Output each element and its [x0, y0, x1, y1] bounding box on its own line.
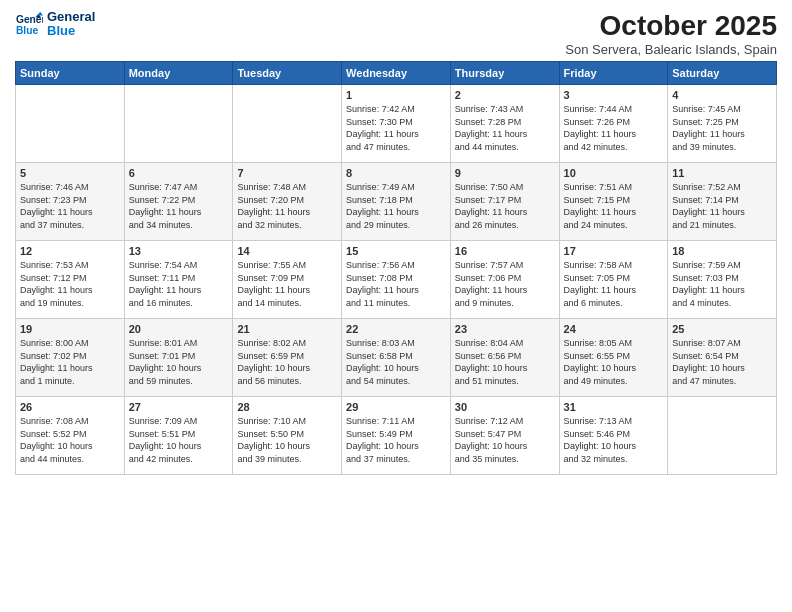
- day-info: Sunrise: 8:07 AM Sunset: 6:54 PM Dayligh…: [672, 337, 772, 387]
- day-info: Sunrise: 7:12 AM Sunset: 5:47 PM Dayligh…: [455, 415, 555, 465]
- calendar-cell: 27Sunrise: 7:09 AM Sunset: 5:51 PM Dayli…: [124, 397, 233, 475]
- calendar-cell: 24Sunrise: 8:05 AM Sunset: 6:55 PM Dayli…: [559, 319, 668, 397]
- day-number: 7: [237, 167, 337, 179]
- day-number: 22: [346, 323, 446, 335]
- day-number: 30: [455, 401, 555, 413]
- logo: General Blue General Blue: [15, 10, 95, 39]
- day-number: 20: [129, 323, 229, 335]
- calendar-cell: 11Sunrise: 7:52 AM Sunset: 7:14 PM Dayli…: [668, 163, 777, 241]
- calendar-cell: [668, 397, 777, 475]
- calendar-cell: 3Sunrise: 7:44 AM Sunset: 7:26 PM Daylig…: [559, 85, 668, 163]
- day-number: 31: [564, 401, 664, 413]
- day-info: Sunrise: 7:59 AM Sunset: 7:03 PM Dayligh…: [672, 259, 772, 309]
- day-info: Sunrise: 7:43 AM Sunset: 7:28 PM Dayligh…: [455, 103, 555, 153]
- calendar-cell: [16, 85, 125, 163]
- week-row-5: 26Sunrise: 7:08 AM Sunset: 5:52 PM Dayli…: [16, 397, 777, 475]
- day-info: Sunrise: 7:10 AM Sunset: 5:50 PM Dayligh…: [237, 415, 337, 465]
- calendar-cell: 31Sunrise: 7:13 AM Sunset: 5:46 PM Dayli…: [559, 397, 668, 475]
- calendar-table: SundayMondayTuesdayWednesdayThursdayFrid…: [15, 61, 777, 475]
- day-number: 12: [20, 245, 120, 257]
- day-info: Sunrise: 8:03 AM Sunset: 6:58 PM Dayligh…: [346, 337, 446, 387]
- day-number: 4: [672, 89, 772, 101]
- week-row-3: 12Sunrise: 7:53 AM Sunset: 7:12 PM Dayli…: [16, 241, 777, 319]
- day-info: Sunrise: 7:56 AM Sunset: 7:08 PM Dayligh…: [346, 259, 446, 309]
- day-info: Sunrise: 7:53 AM Sunset: 7:12 PM Dayligh…: [20, 259, 120, 309]
- day-number: 23: [455, 323, 555, 335]
- calendar-cell: 19Sunrise: 8:00 AM Sunset: 7:02 PM Dayli…: [16, 319, 125, 397]
- logo-line2: Blue: [47, 24, 95, 38]
- week-row-1: 1Sunrise: 7:42 AM Sunset: 7:30 PM Daylig…: [16, 85, 777, 163]
- day-info: Sunrise: 7:57 AM Sunset: 7:06 PM Dayligh…: [455, 259, 555, 309]
- day-number: 29: [346, 401, 446, 413]
- day-info: Sunrise: 7:55 AM Sunset: 7:09 PM Dayligh…: [237, 259, 337, 309]
- calendar-cell: 10Sunrise: 7:51 AM Sunset: 7:15 PM Dayli…: [559, 163, 668, 241]
- day-info: Sunrise: 7:51 AM Sunset: 7:15 PM Dayligh…: [564, 181, 664, 231]
- day-number: 21: [237, 323, 337, 335]
- day-number: 10: [564, 167, 664, 179]
- day-number: 25: [672, 323, 772, 335]
- day-number: 13: [129, 245, 229, 257]
- day-info: Sunrise: 8:04 AM Sunset: 6:56 PM Dayligh…: [455, 337, 555, 387]
- day-info: Sunrise: 7:09 AM Sunset: 5:51 PM Dayligh…: [129, 415, 229, 465]
- day-number: 26: [20, 401, 120, 413]
- calendar-cell: 13Sunrise: 7:54 AM Sunset: 7:11 PM Dayli…: [124, 241, 233, 319]
- day-header-sunday: Sunday: [16, 62, 125, 85]
- day-header-friday: Friday: [559, 62, 668, 85]
- day-number: 1: [346, 89, 446, 101]
- calendar-cell: 5Sunrise: 7:46 AM Sunset: 7:23 PM Daylig…: [16, 163, 125, 241]
- month-title: October 2025: [565, 10, 777, 42]
- day-info: Sunrise: 7:47 AM Sunset: 7:22 PM Dayligh…: [129, 181, 229, 231]
- day-info: Sunrise: 7:49 AM Sunset: 7:18 PM Dayligh…: [346, 181, 446, 231]
- day-info: Sunrise: 7:50 AM Sunset: 7:17 PM Dayligh…: [455, 181, 555, 231]
- day-number: 3: [564, 89, 664, 101]
- calendar-cell: 28Sunrise: 7:10 AM Sunset: 5:50 PM Dayli…: [233, 397, 342, 475]
- day-number: 17: [564, 245, 664, 257]
- calendar-cell: 7Sunrise: 7:48 AM Sunset: 7:20 PM Daylig…: [233, 163, 342, 241]
- calendar-cell: 15Sunrise: 7:56 AM Sunset: 7:08 PM Dayli…: [342, 241, 451, 319]
- calendar-cell: 2Sunrise: 7:43 AM Sunset: 7:28 PM Daylig…: [450, 85, 559, 163]
- title-block: October 2025 Son Servera, Balearic Islan…: [565, 10, 777, 57]
- day-number: 15: [346, 245, 446, 257]
- calendar-cell: 30Sunrise: 7:12 AM Sunset: 5:47 PM Dayli…: [450, 397, 559, 475]
- day-number: 14: [237, 245, 337, 257]
- calendar-cell: 9Sunrise: 7:50 AM Sunset: 7:17 PM Daylig…: [450, 163, 559, 241]
- header: General Blue General Blue October 2025 S…: [15, 10, 777, 57]
- day-info: Sunrise: 7:13 AM Sunset: 5:46 PM Dayligh…: [564, 415, 664, 465]
- day-info: Sunrise: 7:54 AM Sunset: 7:11 PM Dayligh…: [129, 259, 229, 309]
- day-info: Sunrise: 7:46 AM Sunset: 7:23 PM Dayligh…: [20, 181, 120, 231]
- day-number: 27: [129, 401, 229, 413]
- day-header-thursday: Thursday: [450, 62, 559, 85]
- day-number: 24: [564, 323, 664, 335]
- day-info: Sunrise: 7:11 AM Sunset: 5:49 PM Dayligh…: [346, 415, 446, 465]
- day-info: Sunrise: 8:01 AM Sunset: 7:01 PM Dayligh…: [129, 337, 229, 387]
- calendar-cell: 22Sunrise: 8:03 AM Sunset: 6:58 PM Dayli…: [342, 319, 451, 397]
- day-number: 16: [455, 245, 555, 257]
- day-number: 11: [672, 167, 772, 179]
- calendar-cell: 18Sunrise: 7:59 AM Sunset: 7:03 PM Dayli…: [668, 241, 777, 319]
- subtitle: Son Servera, Balearic Islands, Spain: [565, 42, 777, 57]
- day-number: 6: [129, 167, 229, 179]
- day-info: Sunrise: 8:02 AM Sunset: 6:59 PM Dayligh…: [237, 337, 337, 387]
- day-number: 18: [672, 245, 772, 257]
- day-info: Sunrise: 8:05 AM Sunset: 6:55 PM Dayligh…: [564, 337, 664, 387]
- header-row: SundayMondayTuesdayWednesdayThursdayFrid…: [16, 62, 777, 85]
- day-info: Sunrise: 7:48 AM Sunset: 7:20 PM Dayligh…: [237, 181, 337, 231]
- week-row-2: 5Sunrise: 7:46 AM Sunset: 7:23 PM Daylig…: [16, 163, 777, 241]
- day-info: Sunrise: 7:44 AM Sunset: 7:26 PM Dayligh…: [564, 103, 664, 153]
- calendar-cell: 4Sunrise: 7:45 AM Sunset: 7:25 PM Daylig…: [668, 85, 777, 163]
- day-header-saturday: Saturday: [668, 62, 777, 85]
- calendar-cell: 16Sunrise: 7:57 AM Sunset: 7:06 PM Dayli…: [450, 241, 559, 319]
- calendar-cell: 1Sunrise: 7:42 AM Sunset: 7:30 PM Daylig…: [342, 85, 451, 163]
- calendar-cell: 14Sunrise: 7:55 AM Sunset: 7:09 PM Dayli…: [233, 241, 342, 319]
- day-info: Sunrise: 7:08 AM Sunset: 5:52 PM Dayligh…: [20, 415, 120, 465]
- logo-line1: General: [47, 10, 95, 24]
- day-number: 2: [455, 89, 555, 101]
- svg-text:Blue: Blue: [16, 26, 39, 37]
- day-number: 28: [237, 401, 337, 413]
- week-row-4: 19Sunrise: 8:00 AM Sunset: 7:02 PM Dayli…: [16, 319, 777, 397]
- day-info: Sunrise: 8:00 AM Sunset: 7:02 PM Dayligh…: [20, 337, 120, 387]
- calendar-cell: 12Sunrise: 7:53 AM Sunset: 7:12 PM Dayli…: [16, 241, 125, 319]
- calendar-cell: 8Sunrise: 7:49 AM Sunset: 7:18 PM Daylig…: [342, 163, 451, 241]
- day-number: 9: [455, 167, 555, 179]
- day-header-monday: Monday: [124, 62, 233, 85]
